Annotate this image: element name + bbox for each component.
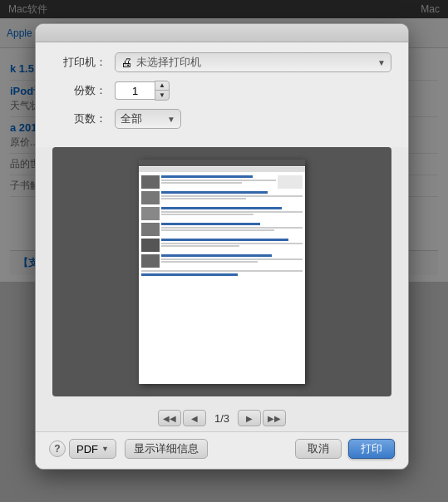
nav-last-button[interactable]: ▶▶ [263,410,286,426]
dialog-title-bar [36,24,408,42]
printer-label: 打印机： [52,55,106,70]
print-dialog: 打印机： 🖨 未选择打印机 ▼ 份数： ▲ ▼ 页数： 全部 ▼ [35,23,409,470]
pages-select-text: 全部 [121,111,167,126]
printer-row: 打印机： 🖨 未选择打印机 ▼ [52,52,391,72]
copies-row: 份数： ▲ ▼ [52,81,391,101]
cancel-button[interactable]: 取消 [295,439,342,459]
copies-stepper: ▲ ▼ [155,81,170,101]
copies-input[interactable] [115,81,155,100]
pdf-dropdown-arrow: ▼ [101,445,109,453]
pdf-label: PDF [76,443,98,455]
pages-dropdown-arrow: ▼ [167,115,175,124]
page-preview [139,160,305,384]
nav-controls: ◀◀ ◀ 1/3 ▶ ▶▶ [36,405,408,431]
pdf-button[interactable]: PDF ▼ [69,439,116,459]
printer-select[interactable]: 🖨 未选择打印机 ▼ [115,52,391,72]
nav-next-button[interactable]: ▶ [238,410,261,426]
nav-first-button[interactable]: ◀◀ [158,410,181,426]
print-button[interactable]: 打印 [348,439,395,459]
preview-area [52,147,391,396]
nav-prev-button[interactable]: ◀ [183,410,206,426]
copies-decrement[interactable]: ▼ [155,91,169,100]
printer-select-text: 未选择打印机 [136,55,377,70]
dialog-footer: ? PDF ▼ 显示详细信息 取消 打印 [36,431,408,469]
copies-label: 份数： [52,83,106,98]
pages-select[interactable]: 全部 ▼ [115,109,181,129]
details-button[interactable]: 显示详细信息 [125,439,208,459]
help-icon: ? [54,443,60,455]
printer-dropdown-arrow: ▼ [377,58,386,67]
help-button[interactable]: ? [49,440,66,457]
page-indicator: 1/3 [214,412,229,425]
pages-row: 页数： 全部 ▼ [52,109,391,129]
footer-left: ? PDF ▼ 显示详细信息 [49,439,208,459]
dialog-body: 打印机： 🖨 未选择打印机 ▼ 份数： ▲ ▼ 页数： 全部 ▼ [36,42,408,147]
copies-increment[interactable]: ▲ [155,81,169,91]
footer-right: 取消 打印 [295,439,395,459]
printer-icon: 🖨 [121,56,132,69]
pages-label: 页数： [52,111,106,126]
